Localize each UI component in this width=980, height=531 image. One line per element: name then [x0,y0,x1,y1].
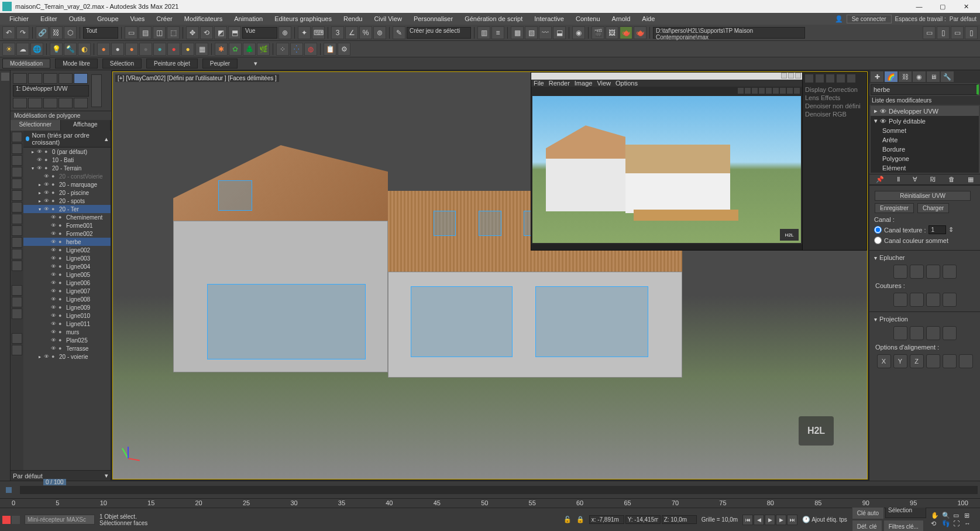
tree-header[interactable]: Nom (triés par ordre croissant) ▴ [23,131,111,148]
minimize-button[interactable]: — [907,0,931,13]
peel-icon[interactable] [910,265,924,279]
vp-layout-1[interactable]: ▭ [923,26,936,39]
layer-button[interactable]: ▦ [511,26,524,39]
filter-lights-icon[interactable] [12,155,22,166]
render-min-button[interactable] [781,73,787,78]
peel-icon[interactable] [943,265,957,279]
render-tool-icon[interactable] [738,88,744,94]
filter-d-icon[interactable] [12,333,22,344]
rib-btn[interactable] [13,73,27,84]
material-editor[interactable]: ◉ [572,26,585,39]
render-tool-icon[interactable] [752,88,758,94]
menu-script[interactable]: Génération de script [459,14,528,23]
render-side-icon[interactable] [826,74,834,83]
tree-item[interactable]: 👁●20 - constVoierie [23,172,111,180]
proj-planar-icon[interactable] [893,326,907,340]
tree-item[interactable]: ▸👁●0 (par défaut) [23,148,111,156]
render-tool-icon[interactable] [780,88,786,94]
filter-frozen-icon[interactable] [12,249,22,259]
tree-item[interactable]: ▾👁●20 - Terrain [23,164,111,172]
stack-icon[interactable]: Ⅱ [897,176,900,183]
stack-icon[interactable]: ∀ [913,176,917,183]
menu-editer[interactable]: Editer [35,14,63,23]
tab-peinture[interactable]: Peinture objet [146,59,198,68]
vp-layout-3[interactable]: ▭ [951,26,964,39]
unlink-button[interactable]: ⛓ [50,26,63,39]
render-side-icon[interactable] [847,74,855,83]
stack-icon[interactable]: ₪ [930,176,936,183]
render-last[interactable]: 🫖 [634,26,647,39]
sphere-orange-icon[interactable]: ● [97,43,110,56]
object-name-field[interactable]: herbe [871,84,979,95]
time-tag-icon[interactable]: 🕐 [802,516,810,523]
render-menu-file[interactable]: File [534,80,544,87]
align-y-button[interactable]: Y [893,354,907,368]
timeline-start-icon[interactable] [6,487,12,493]
window-crossing-button[interactable]: ⬚ [167,26,180,39]
filter-hidden-icon[interactable] [12,261,22,271]
menu-vues[interactable]: Vues [125,14,151,23]
rib-btn[interactable] [74,98,88,108]
render-menu-options[interactable]: Options [615,80,638,87]
remove-modifier-icon[interactable]: 🗑 [948,176,955,183]
close-button[interactable]: ✕ [954,0,978,13]
spotlight-icon[interactable]: 🔦 [64,43,77,56]
peel-icon[interactable] [893,265,907,279]
rib-btn[interactable] [43,98,57,108]
scene-tab-select[interactable]: Sélectionner [11,120,61,131]
lock-icon[interactable]: 🔓 [563,516,572,523]
sphere-red-icon[interactable]: ● [167,43,180,56]
named-selection[interactable]: Créer jeu de sélecti [407,27,471,39]
tree-item[interactable]: 👁●Ligne002 [23,246,111,254]
align-icon[interactable] [959,354,973,368]
rib-btn[interactable] [43,73,57,84]
layer-explorer[interactable]: ▧ [525,26,538,39]
rib-btn[interactable] [28,98,42,108]
pin-stack-icon[interactable]: 📌 [876,176,884,183]
scene-tab-display[interactable]: Affichage [61,120,111,131]
proj-sphere-icon[interactable] [926,326,940,340]
render-menu-render[interactable]: Render [549,80,570,87]
filter-helpers-icon[interactable] [12,179,22,189]
proj-box-icon[interactable] [943,326,957,340]
filter-geometry-icon[interactable] [12,132,22,142]
percent-snap[interactable]: % [359,26,372,39]
tree-item[interactable]: 👁●Ligne006 [23,279,111,287]
seam-icon[interactable] [893,293,907,307]
render-tool-icon[interactable] [745,88,751,94]
render-tool-icon[interactable] [759,88,765,94]
filter-b-icon[interactable] [12,297,22,307]
rib-tall-btn[interactable] [91,74,102,107]
reset-uvw-button[interactable]: Réinitialiser UVW [875,191,971,201]
grass-icon[interactable]: ✿ [229,43,242,56]
sphere-yellow-icon[interactable]: ● [181,43,194,56]
script-icon[interactable] [12,516,20,524]
tree-item[interactable]: 👁●Ligne003 [23,254,111,262]
align-x-button[interactable]: X [877,354,891,368]
menu-groupe[interactable]: Groupe [91,14,125,23]
render-tool-icon[interactable] [773,88,779,94]
next-frame-button[interactable]: ▶ [776,515,786,525]
menu-interactive[interactable]: Interactive [528,14,570,23]
filter-xref-icon[interactable] [12,225,22,236]
sphere-teal-icon[interactable]: ● [153,43,166,56]
render-side-item[interactable]: Display Correction [804,85,865,94]
menu-rendu[interactable]: Rendu [338,14,368,23]
render-tool-icon[interactable] [794,88,800,94]
pivot-button[interactable]: ⊕ [278,26,291,39]
rib-btn[interactable] [59,98,73,108]
render-menu-image[interactable]: Image [575,80,593,87]
rotate-button[interactable]: ⟲ [200,26,213,39]
tree-item[interactable]: 👁●herbe [23,238,111,246]
configure-icon[interactable]: ▦ [968,176,974,183]
align-icon[interactable] [926,354,940,368]
sphere-orange2-icon[interactable]: ● [125,43,138,56]
filter-particle-icon[interactable] [12,214,22,224]
filter-shapes-icon[interactable] [12,143,22,154]
modifier-item[interactable]: ▾ 👁 Poly éditable [871,116,979,126]
key-selection[interactable]: Sélection [885,506,926,518]
modifier-stack[interactable]: ▸ 👁 Développer UVW▾ 👁 Poly éditableSomme… [871,106,979,173]
render-setup[interactable]: 🎬 [592,26,604,39]
filter-bone-icon[interactable] [12,202,22,213]
redo-button[interactable]: ↷ [16,26,29,39]
